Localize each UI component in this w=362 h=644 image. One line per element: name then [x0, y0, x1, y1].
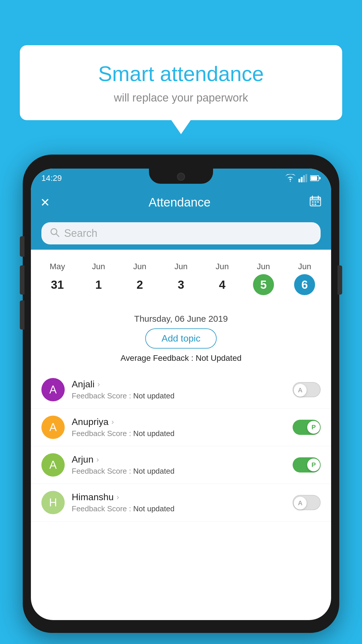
day-month-label: Jun — [298, 262, 311, 271]
app-bar: ✕ Attendance — [31, 188, 331, 217]
day-month-label: Jun — [216, 262, 229, 271]
student-item: AAnupriya ›Feedback Score : Not updatedP — [31, 409, 331, 446]
student-avatar: A — [41, 416, 65, 439]
bubble-subtitle: will replace your paperwork — [37, 92, 325, 104]
day-number: 2 — [129, 274, 150, 295]
calendar-button[interactable] — [309, 195, 322, 210]
svg-rect-3 — [305, 174, 307, 182]
calendar-day-31[interactable]: May31 — [47, 262, 68, 295]
day-month-label: Jun — [174, 262, 187, 271]
student-info: Anupriya ›Feedback Score : Not updated — [72, 416, 286, 438]
toggle-knob: P — [307, 421, 320, 434]
svg-rect-12 — [312, 201, 314, 203]
search-icon — [50, 227, 59, 239]
svg-rect-0 — [298, 179, 300, 182]
add-topic-button[interactable]: Add topic — [145, 328, 217, 349]
calendar-day-4[interactable]: Jun4 — [212, 262, 233, 295]
attendance-toggle[interactable]: A — [293, 495, 321, 510]
status-time: 14:29 — [41, 174, 62, 183]
svg-rect-9 — [310, 197, 321, 200]
day-number: 5 — [253, 274, 274, 295]
chevron-icon: › — [96, 455, 99, 464]
student-info: Arjun ›Feedback Score : Not updated — [72, 454, 286, 476]
student-info: Anjali ›Feedback Score : Not updated — [72, 379, 286, 400]
day-number: 4 — [212, 274, 233, 295]
search-bar[interactable]: Search — [41, 222, 321, 244]
student-feedback: Feedback Score : Not updated — [72, 504, 286, 513]
chevron-icon: › — [117, 493, 119, 502]
speech-bubble: Smart attendance will replace your paper… — [20, 45, 342, 120]
app-title: Attendance — [50, 195, 309, 209]
day-month-label: Jun — [133, 262, 146, 271]
student-feedback: Feedback Score : Not updated — [72, 391, 286, 400]
svg-rect-15 — [312, 204, 314, 205]
calendar-day-1[interactable]: Jun1 — [88, 262, 109, 295]
calendar-days: May31Jun1Jun2Jun3Jun4Jun5Jun6 — [31, 262, 331, 295]
signal-icon — [298, 174, 307, 182]
wifi-icon — [285, 174, 296, 182]
svg-rect-6 — [319, 177, 321, 179]
search-input-placeholder: Search — [64, 227, 97, 239]
student-item: HHimanshu ›Feedback Score : Not updatedA — [31, 484, 331, 522]
calendar-day-6[interactable]: Jun6 — [294, 262, 315, 295]
student-item: AAnjali ›Feedback Score : Not updatedA — [31, 371, 331, 409]
student-name[interactable]: Anupriya › — [72, 416, 286, 427]
silent-button — [20, 300, 24, 330]
day-number: 6 — [294, 274, 315, 295]
status-icons — [285, 174, 321, 182]
student-name[interactable]: Anjali › — [72, 379, 286, 390]
student-name[interactable]: Himanshu › — [72, 492, 286, 503]
student-avatar: A — [41, 453, 65, 477]
phone-notch — [149, 169, 213, 184]
calendar-day-2[interactable]: Jun2 — [129, 262, 150, 295]
day-number: 31 — [47, 274, 68, 295]
student-list: AAnjali ›Feedback Score : Not updatedAAA… — [31, 371, 331, 522]
bubble-title: Smart attendance — [37, 61, 325, 86]
calendar-strip: May31Jun1Jun2Jun3Jun4Jun5Jun6 — [31, 255, 331, 300]
chevron-icon: › — [97, 380, 100, 389]
close-button[interactable]: ✕ — [40, 196, 50, 209]
toggle-knob: P — [307, 459, 320, 471]
selected-date-label: Thursday, 06 June 2019 — [31, 314, 331, 324]
svg-line-18 — [56, 234, 59, 237]
student-info: Himanshu ›Feedback Score : Not updated — [72, 492, 286, 513]
svg-rect-1 — [301, 177, 303, 182]
chevron-icon: › — [111, 417, 114, 426]
student-item: AArjun ›Feedback Score : Not updatedP — [31, 446, 331, 484]
svg-rect-5 — [311, 176, 317, 180]
attendance-toggle[interactable]: P — [293, 457, 321, 473]
day-number: 1 — [88, 274, 109, 295]
svg-rect-2 — [303, 175, 305, 182]
front-camera — [177, 173, 185, 181]
svg-rect-16 — [314, 204, 316, 205]
student-name[interactable]: Arjun › — [72, 454, 286, 465]
toggle-knob: A — [294, 384, 307, 397]
phone-frame: 14:29 — [23, 155, 339, 633]
student-avatar: H — [41, 491, 65, 514]
power-button — [338, 265, 342, 295]
volume-up-button — [20, 236, 24, 257]
calendar-day-3[interactable]: Jun3 — [171, 262, 191, 295]
day-month-label: May — [50, 262, 65, 271]
calendar-day-5[interactable]: Jun5 — [253, 262, 274, 295]
day-number: 3 — [171, 274, 191, 295]
student-avatar: A — [41, 378, 65, 401]
phone-screen: 14:29 — [31, 169, 331, 620]
search-container: Search — [31, 217, 331, 250]
student-feedback: Feedback Score : Not updated — [72, 429, 286, 438]
average-feedback: Average Feedback : Not Updated — [31, 354, 331, 363]
day-month-label: Jun — [92, 262, 105, 271]
attendance-toggle[interactable]: P — [293, 420, 321, 435]
avg-feedback-label: Average Feedback : — [120, 354, 193, 363]
svg-rect-14 — [317, 201, 319, 203]
toggle-knob: A — [294, 497, 307, 510]
avg-feedback-value: Not Updated — [196, 354, 241, 363]
day-month-label: Jun — [257, 262, 270, 271]
svg-rect-13 — [314, 201, 316, 203]
volume-down-button — [20, 265, 24, 295]
attendance-toggle[interactable]: A — [293, 382, 321, 397]
battery-icon — [310, 175, 321, 181]
student-feedback: Feedback Score : Not updated — [72, 467, 286, 476]
